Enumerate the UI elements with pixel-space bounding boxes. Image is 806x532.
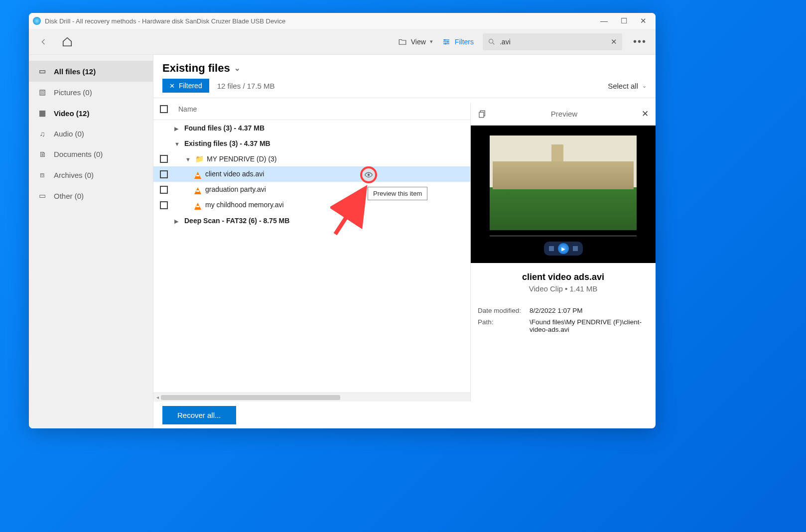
folder-icon: 📁 (195, 155, 204, 163)
app-icon (33, 17, 41, 25)
row-checkbox[interactable] (160, 170, 168, 178)
vlc-icon (194, 172, 201, 179)
sidebar-item-label: Video (12) (54, 109, 89, 118)
scroll-left-icon: ◂ (156, 395, 159, 400)
subheader: ✕ Filtered 12 files / 17.5 MB Select all… (153, 79, 656, 98)
chevron-down-icon: ⌄ (642, 83, 647, 89)
next-button[interactable] (573, 246, 578, 251)
sliders-icon (442, 37, 451, 46)
search-icon (488, 38, 496, 46)
vlc-icon (194, 187, 201, 194)
pictures-icon: ▧ (38, 88, 47, 97)
row-checkbox[interactable] (160, 186, 168, 194)
sidebar-item-video[interactable]: ▦ Video (12) (29, 103, 153, 124)
chevron-down-icon: ⌄ (234, 64, 241, 73)
audio-icon: ♫ (38, 130, 47, 138)
window-title: Disk Drill - All recovery methods - Hard… (45, 17, 285, 25)
stack-icon: ▭ (38, 67, 47, 76)
maximize-button[interactable]: ☐ (621, 16, 627, 25)
row-checkbox[interactable] (160, 155, 168, 163)
svg-point-2 (445, 43, 446, 44)
preview-tooltip: Preview this item (368, 187, 427, 200)
svg-point-0 (444, 39, 445, 40)
select-all-dropdown[interactable]: Select all ⌄ (608, 82, 647, 90)
expand-icon: ▶ (174, 126, 181, 132)
svg-point-1 (447, 41, 448, 42)
more-button[interactable]: ••• (631, 36, 649, 47)
video-scrubber[interactable] (490, 235, 637, 237)
sidebar-item-label: Documents (0) (54, 150, 103, 158)
preview-eye-button[interactable] (360, 166, 377, 183)
preview-panel: Preview ✕ ▶ client video ads.avi Video C… (470, 103, 656, 401)
svg-rect-7 (479, 112, 484, 118)
body: ▭ All files (12) ▧ Pictures (0) ▦ Video … (29, 55, 656, 428)
view-title-dropdown[interactable]: Existing files ⌄ (162, 62, 241, 75)
chevron-down-icon: ▾ (430, 38, 433, 45)
footer: Recover all... (153, 401, 656, 428)
collapse-icon: ▼ (185, 156, 192, 162)
recover-all-button[interactable]: Recover all... (162, 406, 236, 424)
view-dropdown[interactable]: View ▾ (398, 37, 433, 46)
preview-thumbnail: ▶ (471, 126, 656, 263)
sidebar: ▭ All files (12) ▧ Pictures (0) ▦ Video … (29, 55, 153, 428)
preview-header: Preview ✕ (471, 103, 656, 126)
preview-info: client video ads.avi Video Clip • 1.41 M… (471, 263, 656, 302)
meta-label: Path: (478, 318, 530, 333)
window-controls: — ☐ ✕ (600, 16, 652, 25)
folder-icon (398, 37, 407, 46)
minimize-button[interactable]: — (600, 16, 608, 25)
expand-icon: ▶ (174, 218, 181, 225)
sidebar-item-label: Other (0) (54, 192, 84, 200)
preview-close-button[interactable]: ✕ (642, 109, 649, 119)
vlc-icon (194, 203, 201, 210)
close-button[interactable]: ✕ (640, 16, 647, 25)
meta-value: 8/2/2022 1:07 PM (530, 307, 649, 314)
group-label: Existing files (3) - 4.37 MB (184, 139, 270, 147)
sidebar-item-audio[interactable]: ♫ Audio (0) (29, 124, 153, 144)
main-panel: Existing files ⌄ ✕ Filtered 12 files / 1… (153, 55, 656, 428)
app-window: Disk Drill - All recovery methods - Hard… (29, 13, 656, 428)
eye-icon (364, 170, 373, 179)
toolbar: View ▾ Filters ✕ ••• (29, 29, 656, 55)
view-title: Existing files (162, 62, 230, 75)
select-all-checkbox[interactable] (160, 105, 168, 113)
back-button[interactable] (36, 34, 51, 49)
close-icon: ✕ (169, 82, 175, 90)
sidebar-item-archives[interactable]: ⧈ Archives (0) (29, 164, 153, 185)
filters-label: Filters (455, 38, 474, 46)
group-label: Found files (3) - 4.37 MB (184, 124, 265, 132)
sidebar-item-all-files[interactable]: ▭ All files (12) (29, 61, 153, 82)
sidebar-item-other[interactable]: ▭ Other (0) (29, 185, 153, 206)
svg-point-4 (368, 174, 370, 176)
home-button[interactable] (60, 34, 75, 49)
other-icon: ▭ (38, 191, 47, 200)
filtered-chip[interactable]: ✕ Filtered (162, 79, 209, 93)
file-name: graduation party.avi (205, 185, 266, 193)
collapse-icon: ▼ (174, 141, 181, 147)
file-name: my childhood memory.avi (205, 201, 284, 209)
sidebar-item-label: Archives (0) (54, 171, 94, 179)
sidebar-item-documents[interactable]: 🗎 Documents (0) (29, 144, 153, 164)
search-clear-button[interactable]: ✕ (611, 37, 617, 46)
titlebar: Disk Drill - All recovery methods - Hard… (29, 13, 656, 29)
preview-filename: client video ads.avi (478, 272, 649, 282)
scrollbar-thumb[interactable] (161, 395, 340, 400)
play-button[interactable]: ▶ (558, 243, 569, 254)
search-input[interactable] (500, 38, 607, 46)
sidebar-item-label: Audio (0) (54, 130, 84, 138)
file-name: client video ads.avi (205, 170, 264, 178)
search-box[interactable]: ✕ (483, 33, 622, 50)
prev-button[interactable] (549, 246, 554, 251)
sidebar-item-pictures[interactable]: ▧ Pictures (0) (29, 82, 153, 103)
video-controls: ▶ (544, 242, 583, 256)
view-label: View (411, 38, 426, 46)
preview-metadata: Date modified: 8/2/2022 1:07 PM Path: \F… (471, 302, 656, 342)
archives-icon: ⧈ (38, 170, 47, 179)
row-checkbox[interactable] (160, 201, 168, 209)
file-count: 12 files / 17.5 MB (217, 82, 275, 90)
group-label: Deep Scan - FAT32 (6) - 8.75 MB (184, 217, 289, 225)
filters-button[interactable]: Filters (442, 37, 474, 46)
video-icon: ▦ (38, 109, 47, 118)
copy-icon[interactable] (478, 110, 487, 119)
sidebar-item-label: Pictures (0) (54, 88, 92, 97)
